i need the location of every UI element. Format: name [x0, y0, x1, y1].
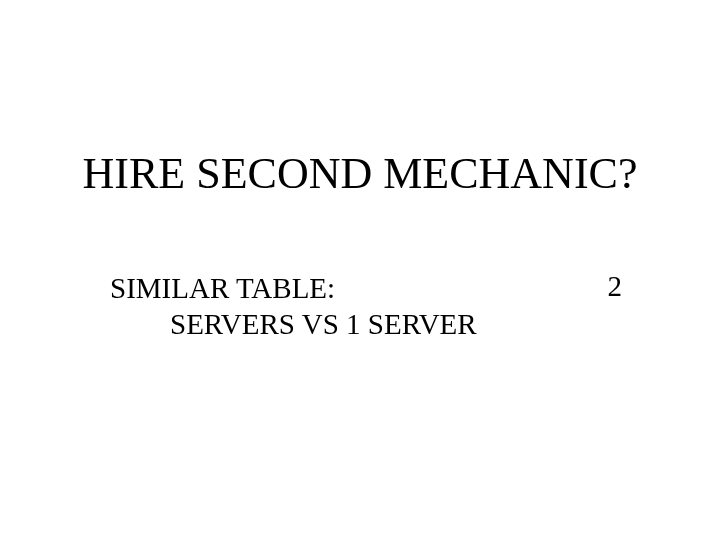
page-number: 2 [608, 270, 623, 303]
slide-body: SIMILAR TABLE: SERVERS VS 1 SERVER [110, 270, 610, 343]
slide-title: HIRE SECOND MECHANIC? [0, 148, 720, 199]
body-line-1: SIMILAR TABLE: [110, 270, 610, 306]
slide: HIRE SECOND MECHANIC? SIMILAR TABLE: SER… [0, 0, 720, 540]
body-line-2: SERVERS VS 1 SERVER [110, 306, 610, 342]
